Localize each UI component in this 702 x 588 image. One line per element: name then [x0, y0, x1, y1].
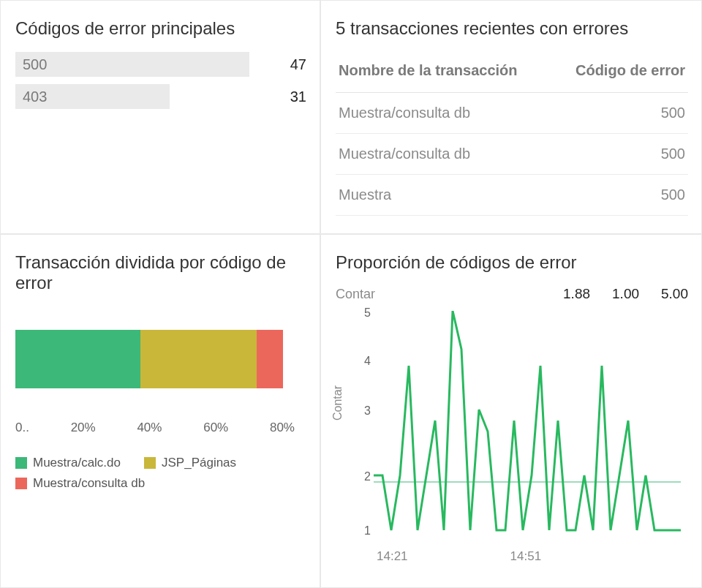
- legend-label: Muestra/consulta db: [33, 476, 145, 491]
- legend-swatch: [15, 457, 27, 469]
- col-transaction-name: Nombre de la transacción: [336, 52, 552, 93]
- cell-error-code: 500: [552, 93, 688, 134]
- ytick: 2: [356, 470, 371, 483]
- xtick: 14:21: [377, 549, 408, 564]
- panel-transaction-split-by-error: Transacción dividida por código de error…: [0, 234, 320, 588]
- error-code-bar-row: 50047: [15, 52, 306, 77]
- y-axis-label: Contar: [331, 385, 344, 421]
- ytick: 3: [356, 404, 371, 418]
- legend-swatch: [15, 478, 27, 489]
- panel-title: Transacción dividida por código de error: [15, 252, 306, 293]
- error-code-bar-row: 40331: [15, 84, 306, 109]
- cell-transaction-name: Muestra: [336, 175, 552, 216]
- metric-min: 1.00: [612, 286, 639, 302]
- legend-label: Muestra/calc.do: [33, 456, 121, 470]
- stacked-bar: [15, 330, 306, 388]
- bar-label: 403: [23, 84, 47, 109]
- bar-label: 500: [23, 52, 47, 77]
- legend-item[interactable]: Muestra/calc.do: [15, 456, 121, 470]
- stack-segment: [140, 330, 257, 388]
- ytick: 4: [356, 355, 371, 368]
- line-chart: Contar 5 4 3 2 1: [336, 311, 679, 545]
- xtick: 40%: [137, 421, 162, 435]
- panel-error-code-proportion: Proporción de códigos de error Contar 1.…: [320, 234, 702, 588]
- line-chart-xaxis: 14:2114:51: [336, 549, 688, 564]
- error-transactions-table: Nombre de la transacción Código de error…: [336, 52, 688, 216]
- legend-item[interactable]: JSP_Páginas: [144, 456, 236, 470]
- panel-title: 5 transacciones recientes con errores: [336, 18, 688, 39]
- cell-transaction-name: Muestra/consulta db: [336, 134, 552, 175]
- cell-error-code: 500: [552, 134, 688, 175]
- table-row[interactable]: Muestra/consulta db500: [336, 134, 688, 175]
- error-code-bars: 5004740331: [15, 52, 306, 109]
- xtick: 20%: [71, 421, 96, 435]
- bar-value: 31: [270, 88, 306, 105]
- cell-transaction-name: Muestra/consulta db: [336, 93, 552, 134]
- metric-avg: 1.88: [563, 286, 590, 302]
- panel-top-error-codes: Códigos de error principales 5004740331: [0, 0, 320, 234]
- legend-label: JSP_Páginas: [162, 456, 236, 470]
- bar-track: 403: [15, 84, 270, 109]
- xtick: 0..: [15, 421, 29, 435]
- panel-title: Proporción de códigos de error: [336, 252, 688, 273]
- table-row[interactable]: Muestra/consulta db500: [336, 93, 688, 134]
- table-row[interactable]: Muestra500: [336, 175, 688, 216]
- metric-summary: Contar 1.88 1.00 5.00: [336, 286, 688, 302]
- ytick: 1: [356, 524, 371, 538]
- stack-segment: [15, 330, 140, 388]
- line-chart-svg: [374, 311, 681, 545]
- stacked-bar-xaxis: 0..20%40%60%80%: [15, 421, 295, 435]
- legend-swatch: [144, 457, 156, 469]
- line-series: [374, 311, 681, 530]
- legend-item[interactable]: Muestra/consulta db: [15, 476, 145, 491]
- panel-title: Códigos de error principales: [15, 18, 306, 39]
- stacked-bar-legend: Muestra/calc.doJSP_PáginasMuestra/consul…: [15, 456, 306, 491]
- metric-max: 5.00: [661, 286, 688, 302]
- bar-track: 500: [15, 52, 270, 77]
- xtick: 14:51: [510, 549, 542, 564]
- xtick: 60%: [203, 421, 228, 435]
- stack-segment: [257, 330, 283, 388]
- ytick: 5: [356, 306, 371, 320]
- cell-error-code: 500: [552, 175, 688, 216]
- bar-fill: [15, 52, 249, 77]
- metric-label: Contar: [336, 287, 541, 302]
- xtick: 80%: [270, 421, 295, 435]
- bar-value: 47: [270, 56, 306, 73]
- panel-recent-error-transactions: 5 transacciones recientes con errores No…: [320, 0, 702, 234]
- col-error-code: Código de error: [552, 52, 688, 93]
